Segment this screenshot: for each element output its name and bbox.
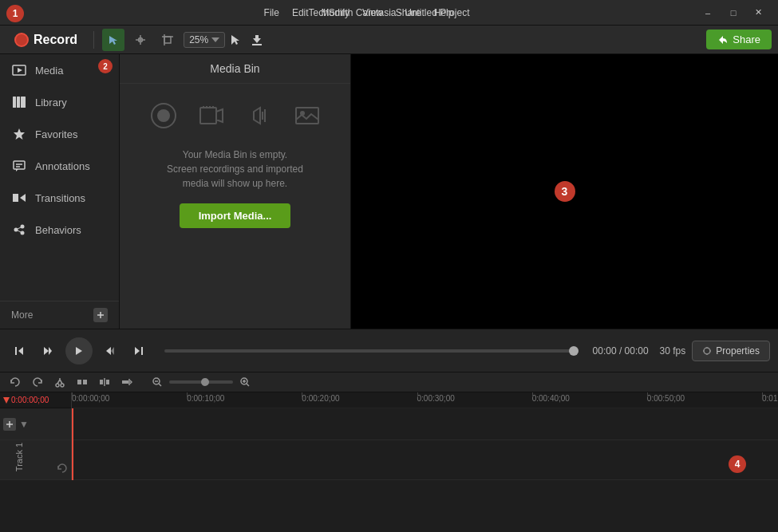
zoom-slider[interactable] — [169, 380, 233, 384]
track-1-row[interactable] — [72, 408, 778, 440]
download-button[interactable] — [246, 29, 268, 51]
svg-rect-61 — [83, 380, 87, 384]
svg-marker-0 — [109, 36, 117, 45]
svg-marker-31 — [216, 109, 223, 122]
svg-rect-30 — [200, 108, 216, 124]
sidebar-item-annotations-label: Annotations — [35, 160, 90, 172]
ripple-button[interactable] — [73, 373, 91, 391]
sidebar-item-favorites[interactable]: Favorites — [0, 118, 119, 150]
menu-file[interactable]: File — [259, 6, 284, 20]
badge-2: 2 — [98, 59, 113, 73]
svg-rect-60 — [77, 380, 81, 384]
track1-label: Track 1 — [14, 443, 24, 471]
svg-marker-45 — [76, 347, 82, 355]
undo-button[interactable] — [6, 373, 24, 391]
svg-line-25 — [18, 231, 21, 232]
svg-marker-14 — [14, 128, 25, 140]
zoom-in-button[interactable] — [236, 373, 254, 391]
more-label[interactable]: More — [11, 309, 33, 321]
toolbar: Record 25% Share — [0, 26, 778, 54]
audio-media-icon[interactable] — [243, 100, 275, 132]
transitions-icon — [11, 190, 27, 206]
expand-track-button[interactable]: ▼ — [19, 419, 29, 430]
arrow-tool-button[interactable] — [102, 29, 124, 51]
share-button[interactable]: Share — [706, 30, 772, 49]
svg-marker-74 — [3, 397, 10, 404]
step-back-button[interactable] — [37, 340, 59, 362]
go-to-start-button[interactable] — [8, 340, 30, 362]
time-mark-4: 0:00:40;00 — [532, 392, 570, 403]
zoom-dropdown[interactable]: 25% — [184, 32, 225, 48]
svg-rect-63 — [106, 380, 109, 384]
sidebar-item-behaviors[interactable]: Behaviors — [0, 214, 119, 246]
svg-point-22 — [21, 225, 25, 229]
properties-button[interactable]: Properties — [692, 341, 770, 361]
import-media-button[interactable]: Import Media... — [180, 203, 291, 228]
svg-marker-18 — [16, 169, 18, 171]
crop-tool-button[interactable] — [156, 29, 179, 51]
svg-marker-6 — [231, 35, 239, 45]
playhead-line — [72, 408, 73, 480]
svg-rect-62 — [100, 380, 103, 384]
zoom-value: 25% — [189, 34, 208, 45]
sidebar-item-library[interactable]: Library — [0, 86, 119, 118]
time-ruler: 0:00:00;000:00:10;000:00:20;000:00:30;00… — [72, 392, 778, 408]
pan-tool-button[interactable] — [129, 29, 152, 51]
media-type-icons — [120, 84, 350, 148]
time-mark-2: 0:00:20;00 — [302, 392, 339, 403]
minimize-button[interactable]: – — [695, 5, 721, 21]
zoom-knob[interactable] — [201, 378, 209, 386]
record-label: Record — [34, 33, 77, 47]
playback-slider[interactable] — [164, 349, 579, 353]
svg-marker-43 — [44, 347, 49, 355]
track-1-content-row[interactable]: 4 — [72, 440, 778, 480]
svg-rect-8 — [252, 44, 262, 45]
svg-point-23 — [21, 231, 25, 235]
video-media-icon[interactable] — [195, 100, 227, 132]
svg-line-69 — [159, 384, 161, 386]
time-mark-5: 0:00:50;00 — [647, 392, 685, 403]
badge-4: 4 — [729, 455, 746, 473]
extend-button[interactable] — [118, 373, 136, 391]
behaviors-icon — [11, 222, 27, 238]
svg-marker-5 — [211, 37, 219, 42]
svg-rect-15 — [14, 161, 25, 169]
image-media-icon[interactable] — [291, 100, 323, 132]
redo-button[interactable] — [29, 373, 46, 391]
svg-point-21 — [14, 228, 18, 232]
annotation-icon — [11, 158, 27, 174]
svg-rect-19 — [13, 194, 18, 202]
zoom-out-button[interactable] — [148, 373, 166, 391]
record-media-icon[interactable] — [148, 100, 180, 132]
sidebar-item-behaviors-label: Behaviors — [35, 224, 81, 236]
svg-rect-42 — [15, 347, 17, 355]
svg-marker-48 — [135, 347, 140, 355]
maximize-button[interactable]: □ — [721, 5, 746, 21]
add-track-button[interactable] — [3, 418, 16, 431]
svg-marker-36 — [254, 108, 260, 124]
add-button[interactable] — [93, 308, 108, 322]
properties-label: Properties — [716, 345, 760, 357]
svg-point-50 — [704, 348, 710, 354]
library-icon — [11, 94, 27, 110]
sidebar-item-annotations[interactable]: Annotations — [0, 150, 119, 182]
time-mark-0: 0:00:00;00 — [72, 392, 109, 403]
track1-rotate-icon — [57, 463, 68, 476]
svg-line-57 — [57, 380, 60, 384]
play-button[interactable] — [65, 337, 93, 365]
tracks-area[interactable]: 4 — [72, 408, 778, 480]
split-button[interactable] — [96, 373, 113, 391]
sidebar-item-media-label: Media — [35, 65, 63, 77]
svg-line-24 — [18, 227, 21, 229]
app-title: TechSmith Camtasia - Untitled Project — [308, 7, 469, 18]
record-button[interactable]: Record — [6, 30, 85, 50]
go-to-end-button[interactable] — [128, 340, 150, 362]
close-button[interactable]: ✕ — [746, 5, 772, 21]
step-forward-button[interactable] — [99, 340, 121, 362]
playback-knob[interactable] — [569, 346, 579, 356]
svg-marker-7 — [253, 35, 261, 43]
cut-button[interactable] — [51, 373, 69, 391]
svg-marker-41 — [18, 347, 23, 355]
sidebar-item-transitions[interactable]: Transitions — [0, 182, 119, 214]
playback-time: 00:00 / 00:00 — [593, 345, 649, 357]
